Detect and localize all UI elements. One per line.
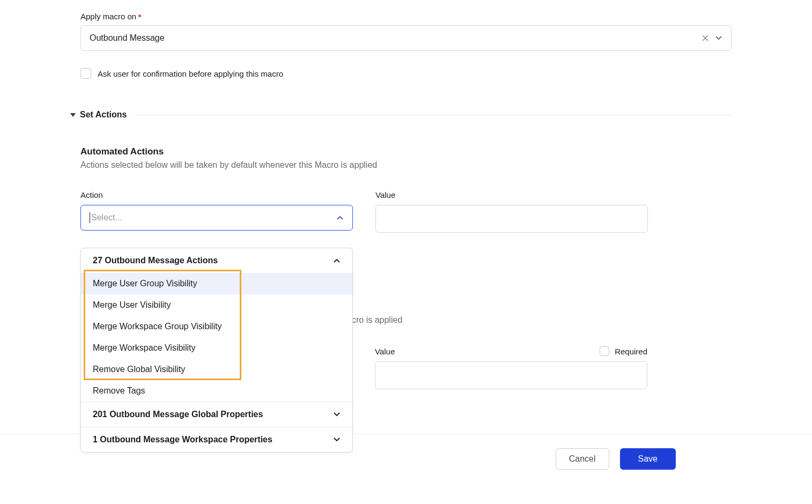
dropdown-group-workspace-properties[interactable]: 1 Outbound Message Workspace Properties	[81, 427, 352, 452]
dropdown-item-merge-workspace-group-visibility[interactable]: Merge Workspace Group Visibility	[81, 316, 352, 337]
chevron-down-icon	[333, 437, 341, 442]
partial-text-behind-dropdown: cro is applied	[352, 315, 402, 325]
dropdown-item-remove-tags[interactable]: Remove Tags	[81, 380, 352, 402]
action-label: Action	[80, 190, 353, 199]
automated-actions-title: Automated Actions	[80, 146, 732, 157]
apply-macro-on-select[interactable]: Outbound Message	[80, 25, 732, 51]
action-placeholder: Select...	[91, 213, 122, 223]
value-input-2[interactable]	[375, 361, 647, 389]
required-label: Required	[615, 347, 647, 356]
dropdown-group-outbound-actions[interactable]: 27 Outbound Message Actions	[81, 248, 352, 273]
chevron-up-icon[interactable]	[336, 215, 344, 220]
action-dropdown: 27 Outbound Message Actions Merge User G…	[80, 248, 353, 453]
value-label: Value	[375, 190, 648, 199]
cancel-button[interactable]: Cancel	[556, 448, 609, 470]
chevron-up-icon	[333, 258, 341, 263]
dropdown-item-remove-global-visibility[interactable]: Remove Global Visibility	[81, 359, 352, 380]
dropdown-item-merge-user-group-visibility[interactable]: Merge User Group Visibility	[81, 273, 352, 294]
required-indicator	[138, 14, 141, 17]
action-select[interactable]: Select...	[80, 205, 353, 231]
chevron-down-icon	[333, 412, 341, 417]
value-label-2: Value	[375, 347, 395, 356]
text-cursor	[90, 212, 90, 223]
required-checkbox[interactable]	[600, 346, 609, 356]
save-button[interactable]: Save	[620, 448, 676, 470]
value-input[interactable]	[375, 205, 648, 233]
dropdown-item-merge-workspace-visibility[interactable]: Merge Workspace Visibility	[81, 337, 352, 359]
apply-macro-on-label: Apply macro on	[80, 12, 732, 21]
apply-macro-on-value: Outbound Message	[90, 33, 165, 43]
chevron-down-icon[interactable]	[715, 35, 722, 41]
confirmation-label: Ask user for confirmation before applyin…	[98, 69, 283, 78]
dropdown-group-global-properties[interactable]: 201 Outbound Message Global Properties	[81, 402, 352, 427]
confirmation-checkbox[interactable]	[80, 68, 91, 79]
clear-icon[interactable]	[702, 35, 708, 41]
dropdown-item-merge-user-visibility[interactable]: Merge User Visibility	[81, 294, 352, 316]
automated-actions-description: Actions selected below will be taken by …	[80, 160, 732, 170]
section-divider	[135, 115, 732, 115]
collapse-triangle-icon[interactable]	[70, 113, 76, 117]
set-actions-title: Set Actions	[80, 110, 127, 120]
